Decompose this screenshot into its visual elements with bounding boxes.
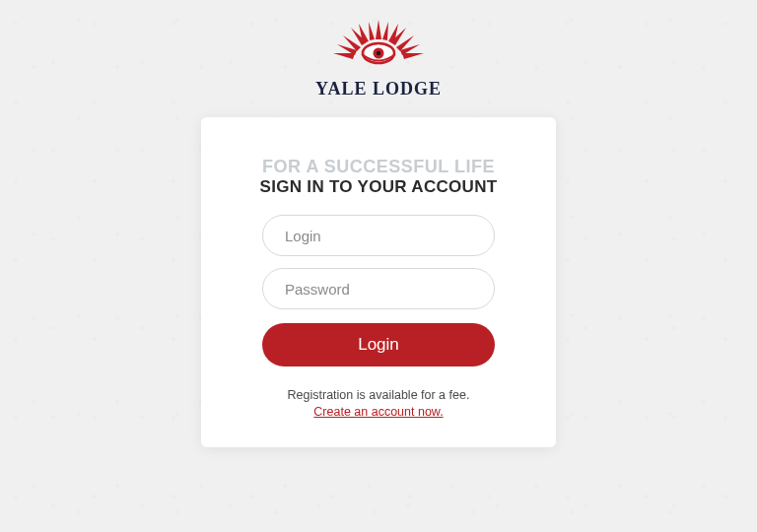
login-card: FOR A SUCCESSFUL LIFE SIGN IN TO YOUR AC… (201, 117, 556, 447)
registration-info-text: Registration is available for a fee. (246, 388, 511, 402)
sunburst-eye-logo-icon (329, 20, 428, 81)
create-account-link[interactable]: Create an account now. (313, 405, 443, 419)
password-input[interactable] (262, 268, 495, 309)
svg-point-15 (377, 51, 380, 55)
login-input[interactable] (262, 215, 495, 256)
brand-name: YALE LODGE (315, 79, 442, 100)
login-button[interactable]: Login (262, 323, 495, 366)
svg-marker-6 (402, 53, 424, 59)
signin-title: SIGN IN TO YOUR ACCOUNT (246, 177, 511, 197)
svg-marker-9 (369, 22, 375, 40)
svg-marker-5 (333, 53, 355, 59)
tagline-text: FOR A SUCCESSFUL LIFE (246, 157, 511, 177)
svg-marker-10 (382, 22, 388, 40)
svg-marker-0 (376, 20, 381, 39)
brand-logo-block: YALE LODGE (315, 20, 442, 100)
